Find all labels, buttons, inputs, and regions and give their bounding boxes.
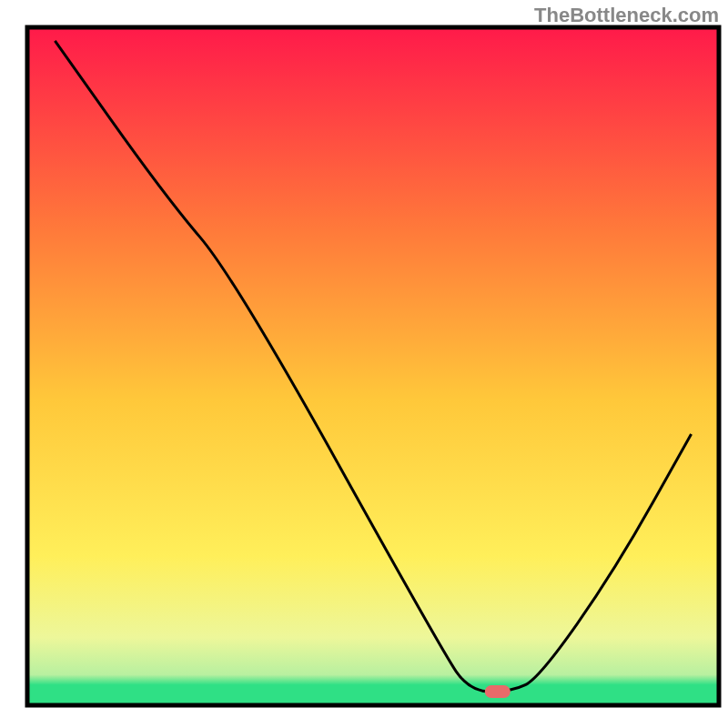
chart-container: TheBottleneck.com — [0, 0, 728, 728]
watermark-text: TheBottleneck.com — [534, 4, 719, 27]
optimal-marker — [485, 685, 511, 698]
bottleneck-chart — [0, 0, 728, 728]
gradient-background — [27, 27, 719, 705]
